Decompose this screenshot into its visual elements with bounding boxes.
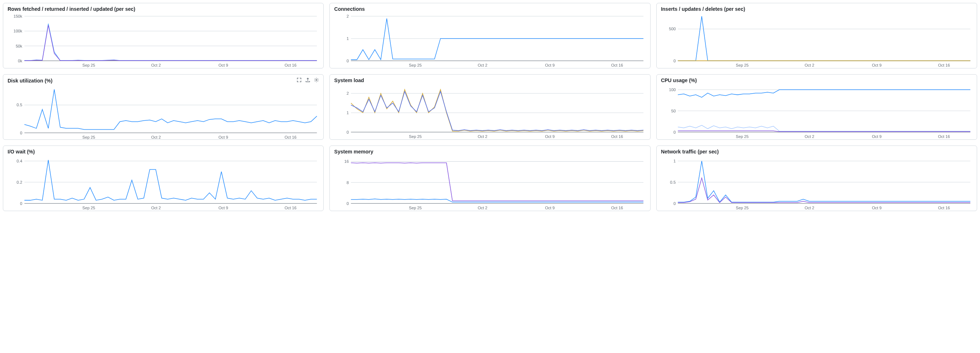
svg-text:8: 8 xyxy=(347,180,349,185)
svg-text:Oct 2: Oct 2 xyxy=(805,135,815,139)
svg-text:Sep 25: Sep 25 xyxy=(82,63,95,67)
svg-text:0: 0 xyxy=(673,201,676,206)
svg-text:500: 500 xyxy=(669,27,676,31)
panel-title: Disk utilization (%) xyxy=(8,78,52,84)
svg-text:0k: 0k xyxy=(18,59,22,63)
chart-connections[interactable]: 012Sep 25Oct 2Oct 9Oct 16 xyxy=(330,12,650,70)
panel-title: I/O wait (%) xyxy=(8,149,35,155)
svg-text:Oct 16: Oct 16 xyxy=(285,135,297,139)
panel-header: I/O wait (%) xyxy=(3,146,323,155)
svg-text:Oct 9: Oct 9 xyxy=(219,63,228,67)
svg-text:Oct 16: Oct 16 xyxy=(938,135,950,139)
svg-text:Sep 25: Sep 25 xyxy=(736,206,748,210)
svg-text:Oct 2: Oct 2 xyxy=(478,63,487,67)
svg-text:1: 1 xyxy=(673,159,676,163)
svg-text:0: 0 xyxy=(347,201,349,206)
svg-text:Sep 25: Sep 25 xyxy=(82,206,95,210)
svg-text:Oct 16: Oct 16 xyxy=(285,206,297,210)
panel-disk: Disk utilization (%)00.5Sep 25Oct 2Oct 9… xyxy=(3,74,324,140)
panel-rows: Rows fetched / returned / inserted / upd… xyxy=(3,3,324,68)
svg-text:0: 0 xyxy=(20,201,22,206)
chart-network[interactable]: 00.51Sep 25Oct 2Oct 9Oct 16 xyxy=(657,155,977,212)
svg-text:0.2: 0.2 xyxy=(17,180,22,184)
svg-text:2: 2 xyxy=(347,91,349,95)
svg-text:Oct 16: Oct 16 xyxy=(938,63,950,67)
panel-header: Disk utilization (%) xyxy=(3,74,323,84)
chart-rows[interactable]: 0k50k100k150kSep 25Oct 2Oct 9Oct 16 xyxy=(3,12,323,70)
svg-text:0.4: 0.4 xyxy=(17,159,22,163)
panel-iowait: I/O wait (%)00.20.4Sep 25Oct 2Oct 9Oct 1… xyxy=(3,146,324,211)
panel-title: Inserts / updates / deletes (per sec) xyxy=(661,6,745,12)
expand-icon[interactable] xyxy=(297,78,302,84)
panel-cpu: CPU usage (%)050100Sep 25Oct 2Oct 9Oct 1… xyxy=(656,74,977,140)
panel-sysmem: System memory0816Sep 25Oct 2Oct 9Oct 16 xyxy=(329,146,650,211)
panel-title: Connections xyxy=(334,6,365,12)
panel-inserts: Inserts / updates / deletes (per sec)050… xyxy=(656,3,977,68)
panel-title: CPU usage (%) xyxy=(661,78,697,83)
svg-text:100: 100 xyxy=(669,87,676,92)
svg-text:0: 0 xyxy=(347,130,349,135)
svg-text:0: 0 xyxy=(20,131,22,135)
svg-text:0.5: 0.5 xyxy=(670,180,676,184)
svg-text:Oct 9: Oct 9 xyxy=(872,206,881,210)
svg-text:Oct 2: Oct 2 xyxy=(805,63,815,67)
svg-text:Oct 16: Oct 16 xyxy=(611,135,623,139)
svg-text:Oct 9: Oct 9 xyxy=(872,63,881,67)
svg-text:Oct 2: Oct 2 xyxy=(151,135,161,139)
svg-text:Oct 16: Oct 16 xyxy=(938,206,950,210)
svg-text:Oct 9: Oct 9 xyxy=(872,135,881,139)
panel-connections: Connections012Sep 25Oct 2Oct 9Oct 16 xyxy=(329,3,650,68)
svg-text:Oct 9: Oct 9 xyxy=(545,206,555,210)
svg-text:150k: 150k xyxy=(13,14,22,18)
svg-text:Oct 2: Oct 2 xyxy=(151,63,161,67)
svg-text:0: 0 xyxy=(673,130,676,135)
svg-text:100k: 100k xyxy=(13,29,22,33)
export-icon[interactable] xyxy=(305,78,310,84)
panel-header: System memory xyxy=(330,146,650,155)
svg-text:Sep 25: Sep 25 xyxy=(736,63,748,67)
svg-text:1: 1 xyxy=(347,111,349,115)
chart-sysload[interactable]: 012Sep 25Oct 2Oct 9Oct 16 xyxy=(330,83,650,141)
svg-text:Sep 25: Sep 25 xyxy=(82,135,95,139)
svg-text:Oct 2: Oct 2 xyxy=(478,135,487,139)
dashboard-grid: Rows fetched / returned / inserted / upd… xyxy=(0,0,980,214)
svg-text:0: 0 xyxy=(673,59,676,63)
panel-title: System memory xyxy=(334,149,373,155)
svg-text:Oct 9: Oct 9 xyxy=(545,63,555,67)
settings-icon[interactable] xyxy=(314,78,319,84)
svg-text:Oct 16: Oct 16 xyxy=(611,206,623,210)
panel-network: Network traffic (per sec)00.51Sep 25Oct … xyxy=(656,146,977,211)
svg-text:16: 16 xyxy=(345,159,349,163)
svg-text:1: 1 xyxy=(347,36,349,41)
svg-point-33 xyxy=(316,79,318,81)
svg-text:50: 50 xyxy=(671,109,676,113)
chart-iowait[interactable]: 00.20.4Sep 25Oct 2Oct 9Oct 16 xyxy=(3,155,323,212)
panel-header: Network traffic (per sec) xyxy=(657,146,977,155)
svg-text:Sep 25: Sep 25 xyxy=(409,135,422,139)
panel-header: CPU usage (%) xyxy=(657,74,977,83)
svg-text:Sep 25: Sep 25 xyxy=(409,63,422,67)
panel-title: Network traffic (per sec) xyxy=(661,149,719,155)
svg-text:Oct 16: Oct 16 xyxy=(611,63,623,67)
panel-header: Connections xyxy=(330,3,650,12)
svg-text:Oct 2: Oct 2 xyxy=(151,206,161,210)
chart-inserts[interactable]: 0500Sep 25Oct 2Oct 9Oct 16 xyxy=(657,12,977,70)
svg-text:0.5: 0.5 xyxy=(17,103,22,107)
panel-actions xyxy=(297,78,319,84)
svg-text:Sep 25: Sep 25 xyxy=(409,206,422,210)
panel-header: Rows fetched / returned / inserted / upd… xyxy=(3,3,323,12)
chart-sysmem[interactable]: 0816Sep 25Oct 2Oct 9Oct 16 xyxy=(330,155,650,212)
svg-text:Sep 25: Sep 25 xyxy=(736,135,748,139)
svg-text:2: 2 xyxy=(347,14,349,18)
svg-text:50k: 50k xyxy=(16,44,22,48)
svg-text:Oct 9: Oct 9 xyxy=(545,135,555,139)
chart-disk[interactable]: 00.5Sep 25Oct 2Oct 9Oct 16 xyxy=(3,84,323,142)
panel-title: System load xyxy=(334,78,364,83)
svg-text:Oct 2: Oct 2 xyxy=(478,206,487,210)
panel-title: Rows fetched / returned / inserted / upd… xyxy=(8,6,135,12)
panel-header: System load xyxy=(330,74,650,83)
panel-sysload: System load012Sep 25Oct 2Oct 9Oct 16 xyxy=(329,74,650,140)
chart-cpu[interactable]: 050100Sep 25Oct 2Oct 9Oct 16 xyxy=(657,83,977,141)
svg-text:Oct 9: Oct 9 xyxy=(219,206,228,210)
svg-text:0: 0 xyxy=(347,59,349,63)
